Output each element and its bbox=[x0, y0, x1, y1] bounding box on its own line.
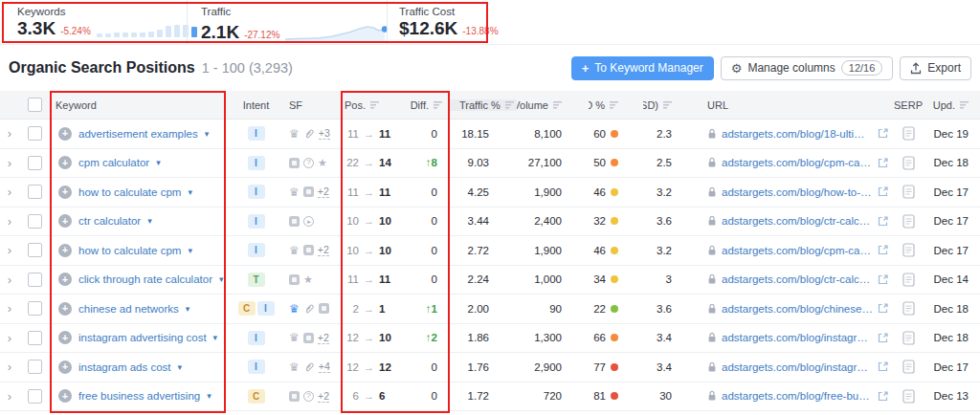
keyword-link[interactable]: cpm calculator bbox=[78, 157, 149, 168]
export-button[interactable]: Export bbox=[900, 56, 971, 80]
expand-chevron-icon[interactable]: › bbox=[8, 186, 11, 198]
serp-snapshot-icon[interactable] bbox=[902, 273, 915, 287]
caret-down-icon[interactable]: ▾ bbox=[186, 304, 190, 314]
header-pos[interactable]: Pos. bbox=[342, 99, 396, 111]
url-link[interactable]: adstargets.com/blog/free-business-adv...… bbox=[722, 390, 873, 402]
caret-down-icon[interactable]: ▾ bbox=[156, 158, 161, 167]
keyword-link[interactable]: click through rate calculator bbox=[78, 273, 212, 285]
to-keyword-manager-button[interactable]: + To Keyword Manager bbox=[571, 56, 714, 80]
row-checkbox[interactable] bbox=[28, 331, 42, 345]
header-cpc[interactable]: CPC (USD) bbox=[643, 99, 696, 111]
url-link[interactable]: adstargets.com/blog/cpm-calculator/ bbox=[722, 245, 873, 256]
header-upd[interactable]: Upd. bbox=[926, 99, 980, 111]
expand-chevron-icon[interactable]: › bbox=[8, 360, 11, 373]
url-link[interactable]: adstargets.com/blog/instagram-advert... … bbox=[722, 361, 873, 373]
url-link[interactable]: adstargets.com/blog/cpm-calculator/ bbox=[722, 157, 873, 168]
expand-chevron-icon[interactable]: › bbox=[8, 302, 11, 315]
caret-down-icon[interactable]: ▾ bbox=[178, 362, 183, 372]
external-link-icon[interactable] bbox=[878, 361, 888, 372]
add-keyword-icon[interactable]: + bbox=[58, 214, 72, 228]
keyword-link[interactable]: chinese ad networks bbox=[78, 303, 179, 315]
add-keyword-icon[interactable]: + bbox=[58, 302, 72, 316]
caret-down-icon[interactable]: ▾ bbox=[147, 216, 152, 226]
header-volume[interactable]: Volume bbox=[517, 99, 589, 111]
url-link[interactable]: adstargets.com/blog/how-to-calculate-cpm… bbox=[722, 186, 873, 198]
expand-chevron-icon[interactable]: › bbox=[8, 127, 11, 140]
serp-snapshot-icon[interactable] bbox=[902, 185, 915, 199]
keyword-link[interactable]: instagram advertising cost bbox=[78, 332, 207, 343]
keyword-link[interactable]: advertisement examples bbox=[78, 128, 198, 140]
manage-columns-button[interactable]: ⚙ Manage columns 12/16 bbox=[721, 56, 894, 80]
keyword-link[interactable]: free business advertising bbox=[78, 390, 200, 402]
keyword-link[interactable]: how to calculate cpm bbox=[78, 245, 181, 256]
external-link-icon[interactable] bbox=[878, 274, 888, 285]
url-link[interactable]: adstargets.com/blog/18-ultimate-adve... … bbox=[722, 128, 873, 140]
more-serp-features[interactable]: +2 bbox=[318, 390, 329, 403]
url-link[interactable]: adstargets.com/blog/ctr-calculator/ bbox=[722, 215, 873, 227]
serp-snapshot-icon[interactable] bbox=[902, 331, 915, 345]
header-traffic[interactable]: Traffic % bbox=[450, 99, 517, 111]
row-checkbox[interactable] bbox=[28, 301, 42, 316]
add-keyword-icon[interactable]: + bbox=[58, 127, 72, 141]
row-checkbox[interactable] bbox=[28, 126, 42, 141]
expand-chevron-icon[interactable]: › bbox=[8, 244, 11, 256]
url-link[interactable]: adstargets.com/blog/chinese-ad-networks/ bbox=[722, 303, 873, 315]
serp-snapshot-icon[interactable] bbox=[902, 389, 915, 404]
more-serp-features[interactable]: +4 bbox=[319, 360, 330, 373]
expand-chevron-icon[interactable]: › bbox=[8, 332, 11, 344]
caret-down-icon[interactable]: ▾ bbox=[188, 187, 192, 197]
caret-down-icon[interactable]: ▾ bbox=[205, 129, 210, 139]
more-serp-features[interactable]: +2 bbox=[318, 186, 329, 198]
external-link-icon[interactable] bbox=[878, 303, 888, 314]
row-checkbox[interactable] bbox=[28, 214, 42, 229]
add-keyword-icon[interactable]: + bbox=[58, 273, 72, 286]
header-kd[interactable]: KD % bbox=[589, 99, 643, 111]
serp-snapshot-icon[interactable] bbox=[902, 156, 915, 170]
external-link-icon[interactable] bbox=[878, 158, 888, 168]
external-link-icon[interactable] bbox=[878, 391, 888, 402]
add-keyword-icon[interactable]: + bbox=[58, 389, 72, 403]
caret-down-icon[interactable]: ▾ bbox=[213, 333, 218, 342]
expand-chevron-icon[interactable]: › bbox=[8, 215, 11, 228]
stat-keywords-value: 3.3K bbox=[17, 19, 56, 38]
serp-snapshot-icon[interactable] bbox=[902, 243, 915, 257]
keyword-link[interactable]: ctr calculator bbox=[78, 215, 141, 227]
organic-research-page: Keywords 3.3K -5.24% Traffic 2.1K -27.12… bbox=[0, 0, 980, 415]
url-link[interactable]: adstargets.com/blog/instagram-advert... … bbox=[722, 332, 873, 343]
more-serp-features[interactable]: +3 bbox=[319, 127, 330, 140]
external-link-icon[interactable] bbox=[878, 333, 888, 343]
expand-chevron-icon[interactable]: › bbox=[8, 157, 11, 169]
diff-value: ↑8 bbox=[426, 157, 437, 168]
more-serp-features[interactable]: +2 bbox=[318, 244, 329, 256]
row-checkbox[interactable] bbox=[28, 185, 42, 199]
external-link-icon[interactable] bbox=[878, 245, 888, 255]
add-keyword-icon[interactable]: + bbox=[58, 360, 72, 374]
external-link-icon[interactable] bbox=[878, 186, 888, 197]
url-link[interactable]: adstargets.com/blog/ctr-calculator/ bbox=[722, 273, 873, 285]
row-checkbox[interactable] bbox=[28, 243, 42, 257]
expand-chevron-icon[interactable]: › bbox=[8, 273, 11, 286]
caret-down-icon[interactable]: ▾ bbox=[207, 391, 212, 401]
external-link-icon[interactable] bbox=[878, 128, 888, 139]
keyword-link[interactable]: instagram ads cost bbox=[78, 361, 171, 373]
add-keyword-icon[interactable]: + bbox=[58, 244, 72, 257]
add-keyword-icon[interactable]: + bbox=[58, 156, 72, 169]
expand-chevron-icon[interactable]: › bbox=[8, 390, 11, 403]
row-checkbox[interactable] bbox=[28, 360, 42, 374]
row-checkbox[interactable] bbox=[28, 273, 42, 287]
serp-snapshot-icon[interactable] bbox=[902, 126, 915, 141]
serp-snapshot-icon[interactable] bbox=[902, 360, 915, 374]
header-diff[interactable]: Diff. bbox=[396, 99, 450, 111]
add-keyword-icon[interactable]: + bbox=[58, 331, 72, 344]
serp-snapshot-icon[interactable] bbox=[902, 301, 915, 316]
select-all-checkbox[interactable] bbox=[28, 98, 42, 112]
serp-snapshot-icon[interactable] bbox=[902, 214, 915, 229]
add-keyword-icon[interactable]: + bbox=[58, 186, 72, 199]
row-checkbox[interactable] bbox=[28, 389, 42, 404]
more-serp-features[interactable]: +2 bbox=[318, 332, 329, 344]
keyword-link[interactable]: how to calculate cpm bbox=[78, 186, 181, 198]
row-checkbox[interactable] bbox=[28, 156, 42, 170]
external-link-icon[interactable] bbox=[878, 216, 888, 227]
caret-down-icon[interactable]: ▾ bbox=[188, 246, 192, 255]
caret-down-icon[interactable]: ▾ bbox=[219, 274, 224, 284]
